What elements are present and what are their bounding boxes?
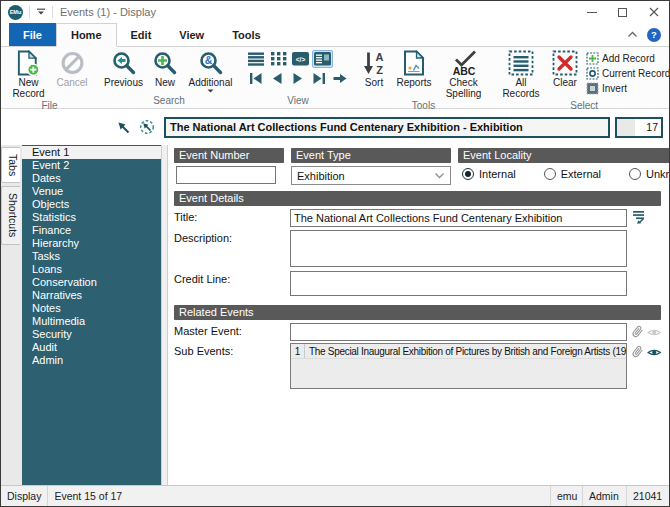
tab-home[interactable]: Home (56, 23, 117, 47)
collapse-ribbon-icon[interactable] (627, 31, 638, 38)
maximize-icon (618, 8, 627, 17)
sidebar-item-dates[interactable]: Dates (22, 172, 161, 185)
add-record-button[interactable]: Add Record (584, 51, 670, 65)
quick-access-caret-icon[interactable] (36, 8, 46, 16)
sub-events-list[interactable]: 1 The Special Inaugural Exhibition of Pi… (290, 343, 627, 389)
event-details-section-header: Event Details (174, 191, 661, 206)
sidebar-item-admin[interactable]: Admin (22, 354, 161, 367)
last-record-icon (311, 72, 327, 85)
previous-search-icon (111, 50, 137, 76)
sort-button[interactable]: A Z Sort (357, 49, 391, 89)
titlebar-separator (29, 6, 30, 18)
check-spelling-button[interactable]: ABC Check Spelling (437, 49, 490, 100)
list-view-button[interactable] (246, 50, 267, 68)
sidebar-item-audit[interactable]: Audit (22, 341, 161, 354)
code-view-button[interactable]: </> (290, 50, 311, 68)
title-input[interactable] (290, 209, 627, 227)
ribbon-group-label-search: Search (97, 95, 241, 108)
tab-file[interactable]: File (9, 23, 56, 46)
tab-tools[interactable]: Tools (218, 23, 275, 46)
app-logo-icon: EMu (8, 5, 23, 20)
sidebar-item-hierarchy[interactable]: Hierarchy (22, 237, 161, 250)
clear-selection-button[interactable]: Clear (546, 49, 584, 89)
radio-internal[interactable]: Internal (462, 168, 516, 180)
credit-line-textarea[interactable] (290, 271, 627, 296)
record-select-icon[interactable] (139, 119, 155, 135)
sidebar-splitter[interactable] (161, 145, 168, 485)
sidebar-item-loans[interactable]: Loans (22, 263, 161, 276)
goto-record-button[interactable] (330, 70, 350, 87)
sidebar-item-venue[interactable]: Venue (22, 185, 161, 198)
attach-icon[interactable] (631, 344, 645, 360)
window-title: Events (1) - Display (60, 6, 156, 18)
maximize-button[interactable] (607, 1, 638, 23)
minimize-button[interactable] (576, 1, 607, 23)
event-number-input[interactable] (176, 166, 276, 184)
sidebar-item-multimedia[interactable]: Multimedia (22, 315, 161, 328)
minimize-icon (587, 12, 597, 13)
pointer-tool-icon[interactable] (117, 121, 130, 134)
titlebar-separator (52, 6, 53, 18)
sidebar-item-notes[interactable]: Notes (22, 302, 161, 315)
first-record-button[interactable] (246, 70, 266, 87)
status-database: emu (551, 486, 583, 506)
sidebar-item-objects[interactable]: Objects (22, 198, 161, 211)
radio-internal-icon (462, 168, 474, 180)
next-record-button[interactable] (288, 70, 308, 87)
ribbon-group-label-view: View (243, 95, 353, 108)
previous-record-icon (269, 72, 285, 85)
side-tab-strip: Tabs Shortcuts (1, 145, 22, 485)
form-view-button[interactable] (312, 50, 333, 68)
new-record-button[interactable]: New Record (6, 49, 51, 100)
sidebar-item-security[interactable]: Security (22, 328, 161, 341)
goto-record-icon (332, 72, 348, 85)
sidebar-item-event-2[interactable]: Event 2 (22, 159, 161, 172)
event-form: Event Number Event Type Exhibition Event… (168, 145, 669, 485)
svg-text:A: A (376, 51, 384, 63)
vertical-tab-tabs[interactable]: Tabs (1, 147, 20, 183)
event-type-select[interactable]: Exhibition (291, 166, 451, 185)
status-user: Admin (583, 486, 627, 506)
previous-record-button[interactable] (267, 70, 287, 87)
record-header-row: The National Art Collections Fund Centen… (1, 109, 669, 145)
new-search-button[interactable]: New (148, 49, 182, 89)
new-record-label: New Record (7, 77, 50, 99)
sidebar-item-tasks[interactable]: Tasks (22, 250, 161, 263)
sidebar-item-conservation[interactable]: Conservation (22, 276, 161, 289)
related-events-section-header: Related Events (174, 305, 661, 320)
sidebar-item-narratives[interactable]: Narratives (22, 289, 161, 302)
invert-selection-button[interactable]: Invert (584, 81, 670, 95)
tab-view[interactable]: View (165, 23, 218, 46)
cancel-button[interactable]: Cancel (51, 49, 93, 89)
previous-search-button[interactable]: Previous (99, 49, 148, 89)
current-record-button[interactable]: Current Record (584, 66, 670, 80)
radio-external[interactable]: External (544, 168, 601, 180)
sidebar-item-finance[interactable]: Finance (22, 224, 161, 237)
current-record-label: Current Record (602, 68, 670, 79)
grid-view-button[interactable] (268, 50, 289, 68)
title-bar: EMu Events (1) - Display (1, 1, 669, 23)
autofill-icon[interactable] (631, 210, 646, 224)
sub-event-row[interactable]: 1 The Special Inaugural Exhibition of Pi… (291, 344, 626, 359)
current-record-icon (586, 67, 599, 80)
tab-edit[interactable]: Edit (117, 23, 166, 46)
master-event-input[interactable] (290, 323, 627, 341)
reports-button[interactable]: Reports (391, 49, 437, 89)
record-title-text: The National Art Collections Fund Centen… (170, 121, 523, 133)
radio-unknown-icon (629, 168, 641, 180)
cancel-icon (60, 50, 85, 76)
last-record-button[interactable] (309, 70, 329, 87)
check-spelling-label: Check Spelling (438, 77, 489, 99)
sidebar-item-event-1[interactable]: Event 1 (22, 146, 161, 159)
sidebar-item-statistics[interactable]: Statistics (22, 211, 161, 224)
radio-unknown[interactable]: Unknown (629, 168, 669, 180)
radio-external-icon (544, 168, 556, 180)
attach-icon[interactable] (631, 324, 645, 340)
all-records-button[interactable]: All Records (496, 49, 546, 100)
close-button[interactable] (638, 1, 669, 23)
vertical-tab-shortcuts[interactable]: Shortcuts (1, 186, 20, 244)
description-textarea[interactable] (290, 230, 627, 267)
help-button[interactable]: ? (647, 28, 661, 42)
view-record-icon[interactable] (647, 347, 661, 358)
additional-search-button[interactable]: & Additional (182, 49, 239, 94)
